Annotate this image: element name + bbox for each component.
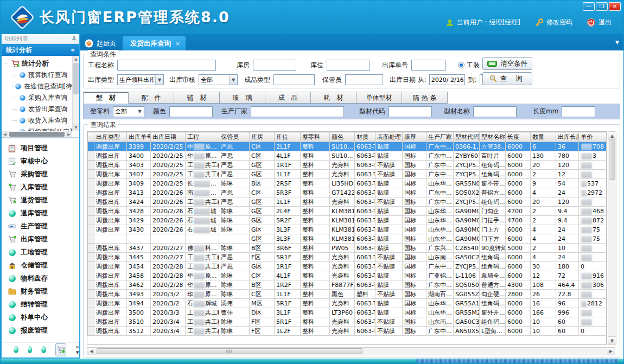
product-type-input[interactable] [273, 74, 315, 85]
module-item[interactable]: 采购管理 [2, 168, 79, 181]
scroll-right-icon[interactable]: ▶ [607, 348, 615, 355]
table-row[interactable]: 调拨出库34002020/2/25华原...严思C区4L1F整料SU10...6… [88, 151, 607, 161]
material-tab[interactable]: 成 品 [265, 92, 311, 104]
table-row[interactable]: 调拨出库35002020/3/3工共工程曹佳D区3L1F整料LT3P606063… [88, 308, 607, 317]
project-name-input[interactable] [117, 60, 216, 71]
material-tab[interactable]: 型 材 [83, 92, 129, 104]
module-dot-icon[interactable] [14, 346, 18, 353]
order-no-input[interactable] [411, 60, 446, 71]
column-header[interactable]: 长度 [506, 132, 531, 142]
column-header[interactable]: 库房 [250, 132, 275, 142]
scroll-left-icon[interactable]: ◀ [2, 131, 8, 137]
tab-shipping-outbound-query[interactable]: 发货出库查询 × [123, 36, 186, 50]
table-row[interactable]: 调拨出库35102020/3/4工共工程陈琳F区5R1F整料光身料6063-T5… [88, 317, 607, 327]
column-header[interactable]: 出库长度 [556, 132, 579, 142]
whole-part-select[interactable]: 全部 ▼ [113, 106, 144, 117]
table-row[interactable]: 调拨出库34242020/2/26工共工程严思G区1L1F整料光身料6063-T… [88, 197, 607, 207]
audit-select[interactable]: 全部 ▼ [199, 74, 238, 85]
change-password-button[interactable]: 修改密码 [534, 18, 572, 27]
module-item[interactable]: 退货管理 [2, 194, 79, 207]
table-row[interactable]: G区3L3F整料KLM38176063-T5贴膜国标山东华...GA90M09.… [88, 234, 607, 244]
scroll-right-icon[interactable]: ▶ [66, 131, 72, 137]
sidebar-section-header[interactable]: 统计分析 « [2, 44, 79, 56]
module-item[interactable]: 审核中心 [2, 155, 79, 168]
logout-button[interactable]: 退出 [587, 18, 612, 27]
profile-name-input[interactable] [473, 106, 517, 117]
tab-close-icon[interactable]: × [175, 40, 180, 47]
table-row[interactable]: 调拨出库34452020/2/27工共工程严思F区5R1F整料光身料6063-T… [88, 253, 607, 262]
scrollbar-thumb[interactable]: ⦀⦀⦀ [97, 348, 362, 354]
module-dot-icon[interactable] [28, 346, 33, 353]
material-tab[interactable]: 辅 材 [174, 92, 220, 104]
length-input[interactable] [562, 106, 595, 117]
grid-horizontal-scrollbar[interactable]: ◀ ⦀⦀⦀ ▶ [87, 347, 615, 355]
module-item[interactable]: 仓储管理 [2, 259, 79, 272]
table-row[interactable]: 调拨出库34132020/2/26南...严思C区5R3F整料G71422606… [88, 188, 607, 197]
table-row[interactable]: 调拨出库34302020/2/26石城陈琳G区3L3F整料KLM38176063… [88, 225, 607, 234]
tab-list-dropdown-icon[interactable]: ▼ [615, 40, 619, 45]
module-item[interactable]: 报废管理 [2, 324, 79, 337]
table-row[interactable]: 调拨出库34542020/2/28工共工程严思G区1R1F整料光身料6063-T… [88, 262, 607, 271]
column-header[interactable]: 出库类型 [94, 132, 127, 142]
module-item[interactable]: 工地管理 [2, 246, 79, 259]
color-input[interactable] [169, 106, 213, 117]
material-tab[interactable]: 单体型材 [356, 92, 402, 104]
column-header[interactable]: 颜色 [330, 132, 355, 142]
scrollbar-thumb[interactable] [609, 141, 615, 180]
tree-item[interactable]: 在途信息查询[待 [5, 81, 72, 92]
date-from-picker[interactable]: 2020/ 2/16 ▼ [429, 74, 465, 85]
column-header[interactable]: 保管员 [219, 132, 250, 142]
module-item[interactable]: 退库管理 [2, 207, 79, 220]
column-header[interactable]: 数量 [531, 132, 556, 142]
table-row[interactable]: 调拨出库34032020/2/25工共工程严思G区1R1F整料光身料6063-T… [88, 161, 607, 170]
collapse-icon[interactable]: « [71, 46, 75, 54]
module-item[interactable]: 出库管理 [2, 233, 79, 246]
column-header[interactable]: 工程 [186, 132, 219, 142]
column-header[interactable]: 出库日期 [151, 132, 186, 142]
table-row[interactable]: 调拨出库34292020/2/26石城陈琳G区5R2F整料KLM38176063… [88, 216, 607, 225]
module-item[interactable]: 结转管理 [2, 298, 79, 311]
tree-horizontal-scrollbar[interactable]: ◀ ▶ [2, 131, 72, 137]
sidebar-overflow-button[interactable]: »▼ [75, 344, 79, 355]
location-input[interactable] [327, 60, 370, 71]
module-dot-icon[interactable] [41, 346, 46, 353]
module-item[interactable]: 入库管理 [2, 181, 79, 194]
scrollbar-thumb[interactable] [73, 63, 79, 94]
scrollbar-thumb[interactable] [9, 132, 65, 137]
keeper-input[interactable] [345, 74, 383, 85]
table-row[interactable]: 调拨出库34942020/3/2石辉城汤伟M区5R1F整料光身料6063-T5贴… [88, 299, 607, 308]
module-item[interactable]: 物料盘存 [2, 272, 79, 285]
scroll-down-icon[interactable]: ▼ [73, 124, 79, 131]
column-header[interactable]: 型材代码 [454, 132, 480, 142]
module-item[interactable]: 生产管理 [2, 220, 79, 233]
tree-item[interactable]: 退货查询[待定] [5, 126, 72, 131]
scroll-left-icon[interactable]: ◀ [87, 348, 95, 355]
grid-vertical-scrollbar[interactable]: ▲ ▼ [608, 131, 616, 345]
close-button[interactable]: ✕ [609, 2, 621, 11]
tree-item[interactable]: 预算执行查询 [5, 69, 72, 81]
material-tab[interactable]: 隔 热 条 [402, 92, 448, 104]
column-header[interactable]: 材质 [355, 132, 375, 142]
column-header[interactable]: 表面处理 [375, 132, 403, 142]
column-header[interactable]: 出库单号 [127, 132, 151, 142]
tree-vertical-scrollbar[interactable]: ▲ ▼ [72, 56, 79, 131]
column-header[interactable]: 膜厚 [403, 132, 426, 142]
material-tab[interactable]: 耗 材 [311, 92, 356, 104]
tree-item[interactable]: 采购入库查询 [5, 92, 72, 104]
tree-item[interactable]: 发货出库查询 [5, 104, 72, 115]
tree-item[interactable]: 收货入库查询 [5, 115, 72, 126]
tree-root-node[interactable]: 统计分析 [5, 58, 72, 69]
column-header[interactable]: 库位 [275, 132, 301, 142]
column-header[interactable]: 单价 [579, 132, 607, 142]
manufacturer-input[interactable] [251, 106, 344, 117]
table-row[interactable]: 调拨出库33992020/2/25华原...严思C区2L1F整料SU10...6… [88, 142, 607, 151]
tab-home[interactable]: 起始页 [80, 36, 123, 50]
clear-conditions-button[interactable]: 清空条件 [482, 57, 532, 70]
scroll-up-icon[interactable]: ▲ [608, 132, 616, 140]
search-button[interactable]: 查 询 [482, 72, 532, 85]
material-tab[interactable]: 配 件 [129, 92, 174, 104]
column-header[interactable]: 生产厂家 [426, 132, 454, 142]
warehouse-input[interactable] [253, 60, 296, 71]
module-item[interactable]: 项目管理 [2, 142, 79, 155]
module-item[interactable]: 补单中心 [2, 311, 79, 324]
